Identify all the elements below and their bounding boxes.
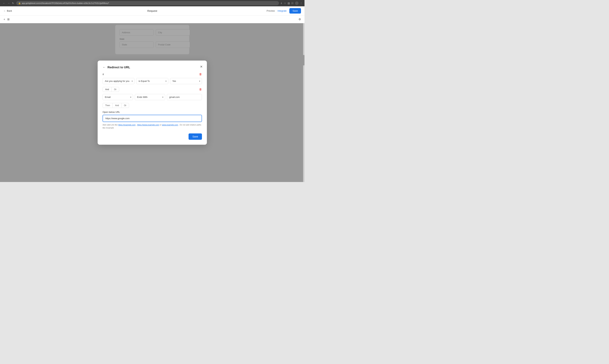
star-icon[interactable]: ☆ — [284, 2, 286, 5]
url-hint-link2[interactable]: https://www.example.com — [137, 124, 159, 126]
modal-footer: Save — [103, 133, 202, 140]
field-select-wrapper-2: Email — [103, 94, 133, 100]
then-button[interactable]: Then — [103, 103, 113, 108]
add-element-icon[interactable]: + — [3, 18, 5, 21]
browser-actions: ⇓ ☆ ▧ ☷ ⋮ — [280, 1, 302, 5]
field-select-2[interactable]: Email — [103, 94, 133, 100]
value-select-1[interactable]: Yes — [170, 78, 202, 84]
app-header: ← Back Request Preview Integrate Save — [0, 6, 304, 15]
back-nav-button[interactable]: ← — [2, 1, 6, 5]
then-row: Then And Or — [103, 103, 202, 108]
operator-select-wrapper-2: Ends With — [135, 94, 165, 100]
url-text: app.gohighlevel.com/v2/location/b7PC03b2… — [22, 2, 109, 4]
or-button-1[interactable]: Or — [111, 87, 119, 92]
modal-save-button[interactable]: Save — [189, 133, 202, 140]
back-button[interactable]: ← Back — [3, 10, 12, 12]
then-and-button[interactable]: And — [113, 103, 121, 108]
then-or-button[interactable]: Or — [122, 103, 129, 108]
url-input[interactable] — [103, 115, 202, 122]
grid-icon[interactable]: ☷ — [291, 2, 294, 5]
forward-nav-button[interactable]: → — [7, 1, 11, 5]
logic-row-1: And Or 🗑 — [103, 87, 202, 92]
operator-select-1[interactable]: is Equal To — [136, 78, 168, 84]
back-label: Back — [7, 10, 12, 12]
value-input-2[interactable] — [167, 94, 202, 100]
toolbar: + ⊞ ⚙ — [0, 15, 304, 23]
url-hint-link3[interactable]: www.example.com — [162, 124, 178, 126]
field-select-wrapper-1: Are you applying for yourself? — [103, 78, 135, 84]
logic-buttons-1: And Or — [103, 87, 119, 92]
scrollbar-thumb[interactable] — [303, 55, 304, 65]
address-bar[interactable]: 🔒 app.gohighlevel.com/v2/location/b7PC03… — [16, 1, 279, 5]
field-select-1[interactable]: Are you applying for yourself? — [103, 78, 135, 84]
and-button-1[interactable]: And — [103, 87, 111, 92]
operator-select-2[interactable]: Ends With — [135, 94, 165, 100]
url-hint-link1[interactable]: https://example.com — [118, 124, 136, 126]
back-arrow-icon: ← — [3, 10, 6, 12]
url-hint: Add valid urls like https://example.com … — [103, 123, 202, 129]
page-title: Request — [147, 9, 157, 12]
operator-select-wrapper-1: is Equal To — [136, 78, 168, 84]
modal-header: ← Redirect to URL — [103, 65, 202, 69]
header-save-button[interactable]: Save — [289, 8, 301, 13]
url-hint-prefix: Add valid urls like — [103, 124, 118, 126]
url-section-label: Open below URL — [103, 111, 202, 113]
extension-icon[interactable]: ▧ — [288, 2, 290, 5]
preview-button[interactable]: Preview — [267, 10, 275, 12]
condition-row-2: Email Ends With — [103, 94, 202, 100]
value-select-wrapper-1: Yes — [170, 78, 202, 84]
layout-icon[interactable]: ⊞ — [7, 18, 10, 21]
url-section: Open below URL Add valid urls like https… — [103, 111, 202, 129]
menu-icon[interactable]: ⋮ — [300, 2, 302, 5]
nav-buttons[interactable]: ← → ↻ — [2, 1, 15, 5]
integrate-button[interactable]: Integrate — [277, 10, 287, 12]
modal-close-button[interactable]: ✕ — [200, 65, 203, 69]
modal-title: Redirect to URL — [108, 66, 130, 69]
if-label: If — [103, 73, 104, 76]
download-icon[interactable]: ⇓ — [280, 2, 282, 5]
reload-button[interactable]: ↻ — [11, 1, 15, 5]
if-section-header: If 🗑 — [103, 73, 202, 76]
browser-chrome: ← → ↻ 🔒 app.gohighlevel.com/v2/location/… — [0, 0, 304, 6]
scrollbar[interactable] — [303, 23, 304, 182]
if-delete-button[interactable]: 🗑 — [199, 73, 202, 76]
redirect-url-modal: ← Redirect to URL ✕ If 🗑 Are you applyin… — [98, 61, 207, 145]
main-area: State ← Redirect to URL ✕ If 🗑 — [0, 23, 304, 182]
modal-overlay[interactable]: ← Redirect to URL ✕ If 🗑 Are you applyin… — [0, 23, 304, 182]
modal-back-button[interactable]: ← — [103, 65, 106, 69]
settings-icon[interactable]: ⚙ — [299, 18, 301, 21]
header-actions: Preview Integrate Save — [267, 8, 301, 13]
avatar[interactable] — [295, 1, 299, 5]
condition-row-1: Are you applying for yourself? is Equal … — [103, 78, 202, 84]
url-hint-sep2: or — [160, 124, 162, 126]
condition2-delete-button[interactable]: 🗑 — [199, 88, 202, 91]
